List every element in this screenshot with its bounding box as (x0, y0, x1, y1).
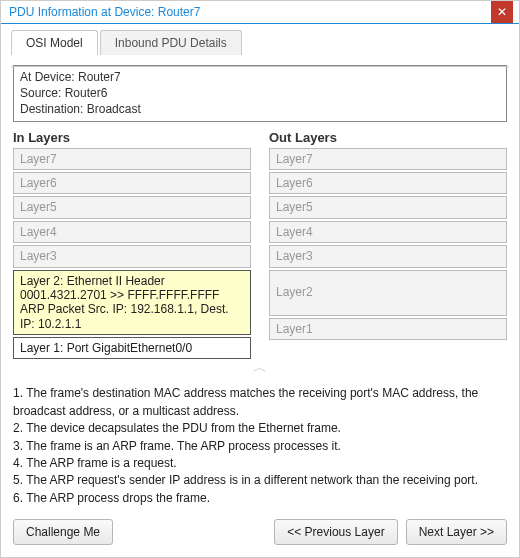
tab-inbound-pdu-details[interactable]: Inbound PDU Details (100, 30, 242, 55)
out-layer-7[interactable]: Layer7 (269, 148, 507, 170)
in-layer-4[interactable]: Layer4 (13, 221, 251, 243)
in-layers-header: In Layers (13, 130, 251, 145)
layers-columns: In Layers Layer7 Layer6 Layer5 Layer4 La… (13, 130, 507, 362)
challenge-me-button[interactable]: Challenge Me (13, 519, 113, 545)
out-layer-4[interactable]: Layer4 (269, 221, 507, 243)
out-layers-column: Out Layers Layer7 Layer6 Layer5 Layer4 L… (269, 130, 507, 362)
in-layer-5[interactable]: Layer5 (13, 196, 251, 218)
info-source: Source: Router6 (20, 85, 500, 101)
tab-underline (11, 66, 509, 67)
close-icon: ✕ (497, 5, 507, 19)
desc-line-1: 1. The frame's destination MAC address m… (13, 385, 507, 420)
close-button[interactable]: ✕ (491, 1, 513, 23)
desc-line-2: 2. The device decapsulates the PDU from … (13, 420, 507, 437)
out-layers-header: Out Layers (269, 130, 507, 145)
out-layer-6[interactable]: Layer6 (269, 172, 507, 194)
desc-line-5: 5. The ARP request's sender IP address i… (13, 472, 507, 489)
out-layer-2[interactable]: Layer2 (269, 270, 507, 316)
pdu-info-window: PDU Information at Device: Router7 ✕ OSI… (0, 0, 520, 558)
window-title: PDU Information at Device: Router7 (9, 5, 491, 19)
out-layer-3[interactable]: Layer3 (269, 245, 507, 267)
chevron-up-icon: ︿ (253, 359, 267, 377)
in-layer-7[interactable]: Layer7 (13, 148, 251, 170)
out-layer-1[interactable]: Layer1 (269, 318, 507, 340)
tab-osi-model[interactable]: OSI Model (11, 30, 98, 55)
titlebar: PDU Information at Device: Router7 ✕ (1, 1, 519, 24)
desc-line-6: 6. The ARP process drops the frame. (13, 490, 507, 507)
description-box: 1. The frame's destination MAC address m… (13, 385, 507, 507)
in-layer-3[interactable]: Layer3 (13, 245, 251, 267)
desc-line-3: 3. The frame is an ARP frame. The ARP pr… (13, 438, 507, 455)
next-layer-button[interactable]: Next Layer >> (406, 519, 507, 545)
in-layer-2[interactable]: Layer 2: Ethernet II Header 0001.4321.27… (13, 270, 251, 336)
tab-content: At Device: Router7 Source: Router6 Desti… (1, 55, 519, 519)
desc-line-4: 4. The ARP frame is a request. (13, 455, 507, 472)
in-layer-6[interactable]: Layer6 (13, 172, 251, 194)
in-layers-column: In Layers Layer7 Layer6 Layer5 Layer4 La… (13, 130, 251, 362)
footer-buttons: Challenge Me << Previous Layer Next Laye… (1, 519, 519, 557)
in-layer-1[interactable]: Layer 1: Port GigabitEthernet0/0 (13, 337, 251, 359)
out-layer-5[interactable]: Layer5 (269, 196, 507, 218)
info-at-device: At Device: Router7 (20, 69, 500, 85)
info-destination: Destination: Broadcast (20, 101, 500, 117)
device-info-box: At Device: Router7 Source: Router6 Desti… (13, 65, 507, 122)
layer-arrow: ︿ (13, 361, 507, 375)
tab-bar: OSI Model Inbound PDU Details (1, 24, 519, 55)
previous-layer-button[interactable]: << Previous Layer (274, 519, 397, 545)
